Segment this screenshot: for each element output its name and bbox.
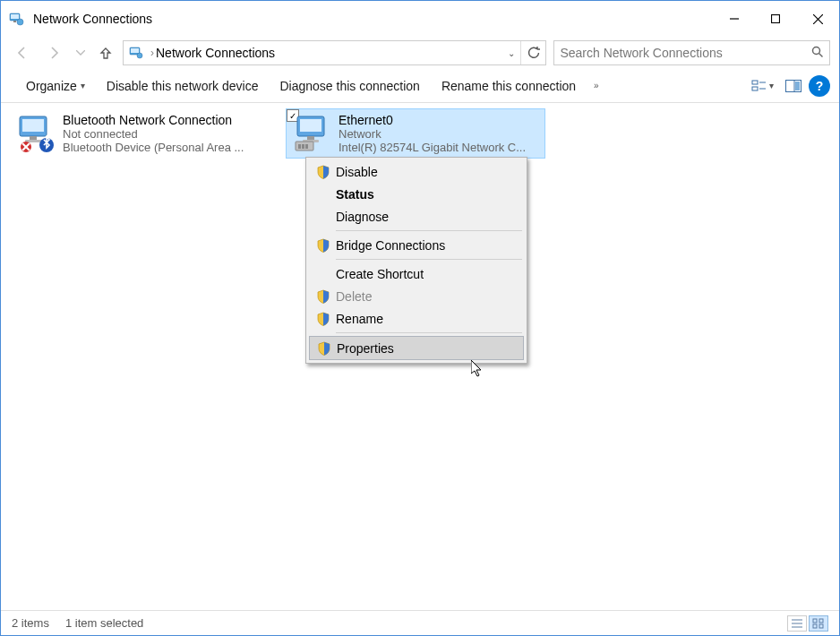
- window-title: Network Connections: [33, 12, 714, 26]
- up-button[interactable]: [96, 41, 116, 64]
- svg-point-11: [813, 47, 820, 54]
- svg-rect-41: [813, 624, 817, 628]
- svg-rect-42: [819, 624, 823, 628]
- svg-rect-21: [22, 119, 44, 132]
- ctx-label: Diagnose: [334, 210, 517, 224]
- forward-button[interactable]: [42, 40, 67, 65]
- svg-rect-13: [752, 81, 758, 84]
- diagnose-button[interactable]: Diagnose this connection: [270, 75, 428, 97]
- svg-point-3: [17, 19, 23, 25]
- ctx-separator: [336, 259, 522, 260]
- ctx-label: Rename: [334, 312, 517, 326]
- svg-rect-19: [795, 82, 800, 90]
- status-item-count: 2 items: [12, 616, 49, 630]
- details-view-button[interactable]: [787, 615, 807, 632]
- ctx-create-shortcut[interactable]: Create Shortcut: [309, 262, 524, 285]
- svg-rect-22: [30, 136, 37, 140]
- svg-rect-39: [813, 619, 817, 623]
- ctx-rename[interactable]: Rename: [309, 307, 524, 330]
- toolbar: Organize ▾ Disable this network device D…: [1, 69, 839, 103]
- connection-item-bluetooth[interactable]: Bluetooth Network Connection Not connect…: [10, 108, 270, 159]
- bluetooth-adapter-icon: [16, 113, 56, 152]
- dropdown-triangle-icon: ▾: [769, 81, 774, 90]
- svg-rect-30: [307, 136, 314, 140]
- shield-icon: [313, 165, 334, 179]
- connection-status: Network: [339, 127, 526, 141]
- svg-rect-29: [300, 119, 321, 132]
- ctx-label: Create Shortcut: [334, 267, 517, 281]
- svg-rect-34: [302, 144, 304, 149]
- svg-rect-40: [819, 619, 823, 623]
- address-bar-row: › Network Connections ⌄ Search Network C…: [1, 37, 839, 69]
- help-button[interactable]: ?: [809, 75, 830, 97]
- address-folder-icon: [124, 45, 149, 61]
- shield-icon: [313, 312, 334, 326]
- status-bar: 2 items 1 item selected: [1, 610, 839, 635]
- network-folder-icon: [8, 11, 24, 27]
- rename-button[interactable]: Rename this connection: [433, 75, 585, 97]
- address-box[interactable]: › Network Connections ⌄: [123, 40, 546, 65]
- svg-rect-14: [752, 87, 758, 90]
- context-menu: Disable Status Diagnose Bridge Connectio…: [305, 157, 527, 364]
- svg-rect-5: [772, 15, 780, 23]
- rename-label: Rename this connection: [441, 79, 576, 93]
- breadcrumb-separator-icon: ›: [149, 47, 156, 59]
- ctx-separator: [336, 230, 522, 231]
- minimize-button[interactable]: [714, 4, 755, 33]
- status-selection-count: 1 item selected: [65, 616, 143, 630]
- svg-line-12: [819, 53, 823, 56]
- ctx-separator: [336, 332, 522, 333]
- tiles-view-button[interactable]: [809, 615, 828, 632]
- ctx-disable[interactable]: Disable: [309, 160, 524, 183]
- content-area: Bluetooth Network Connection Not connect…: [1, 103, 839, 610]
- shield-icon: [313, 341, 335, 356]
- ctx-label: Properties: [335, 341, 516, 356]
- close-button[interactable]: [796, 4, 839, 33]
- history-dropdown[interactable]: [74, 40, 87, 65]
- maximize-button[interactable]: [755, 4, 796, 33]
- svg-rect-2: [13, 21, 16, 22]
- address-path[interactable]: Network Connections: [156, 46, 275, 60]
- connection-device: Intel(R) 82574L Gigabit Network C...: [339, 141, 526, 154]
- ctx-label: Disable: [334, 165, 517, 179]
- shield-icon: [313, 238, 334, 253]
- view-options-button[interactable]: ▾: [747, 76, 778, 96]
- diagnose-label: Diagnose this connection: [279, 79, 419, 93]
- dropdown-triangle-icon: ▾: [81, 81, 85, 90]
- organize-button[interactable]: Organize ▾: [17, 75, 94, 97]
- disable-device-button[interactable]: Disable this network device: [98, 75, 268, 97]
- svg-point-10: [137, 53, 142, 58]
- shield-icon: [313, 289, 334, 304]
- connection-name: Bluetooth Network Connection: [63, 113, 244, 127]
- disable-device-label: Disable this network device: [107, 79, 259, 93]
- preview-pane-button[interactable]: [782, 74, 805, 98]
- organize-label: Organize: [26, 79, 77, 93]
- svg-rect-9: [131, 48, 139, 53]
- ctx-label: Bridge Connections: [334, 238, 517, 253]
- ethernet-adapter-icon: [292, 113, 331, 152]
- ctx-delete: Delete: [309, 285, 524, 307]
- ctx-label: Delete: [334, 289, 517, 304]
- back-button[interactable]: [10, 40, 35, 65]
- search-input[interactable]: Search Network Connections: [553, 40, 830, 65]
- connection-status: Not connected: [63, 127, 244, 141]
- toolbar-overflow-button[interactable]: »: [588, 81, 604, 90]
- svg-rect-35: [305, 144, 308, 149]
- search-icon[interactable]: [811, 46, 824, 61]
- address-dropdown[interactable]: ⌄: [502, 48, 520, 58]
- connection-item-ethernet0[interactable]: ✓ Ethernet0 Network: [286, 108, 545, 159]
- titlebar: Network Connections: [1, 1, 839, 37]
- ctx-properties[interactable]: Properties: [309, 336, 524, 360]
- search-placeholder: Search Network Connections: [560, 46, 722, 60]
- ctx-diagnose[interactable]: Diagnose: [309, 205, 524, 228]
- connection-device: Bluetooth Device (Personal Area ...: [63, 141, 244, 154]
- svg-rect-33: [298, 144, 301, 149]
- ctx-label: Status: [334, 187, 517, 202]
- ctx-status[interactable]: Status: [309, 183, 524, 205]
- connection-name: Ethernet0: [339, 113, 526, 127]
- ctx-bridge[interactable]: Bridge Connections: [309, 234, 524, 256]
- svg-rect-1: [11, 14, 19, 19]
- refresh-button[interactable]: [520, 41, 545, 64]
